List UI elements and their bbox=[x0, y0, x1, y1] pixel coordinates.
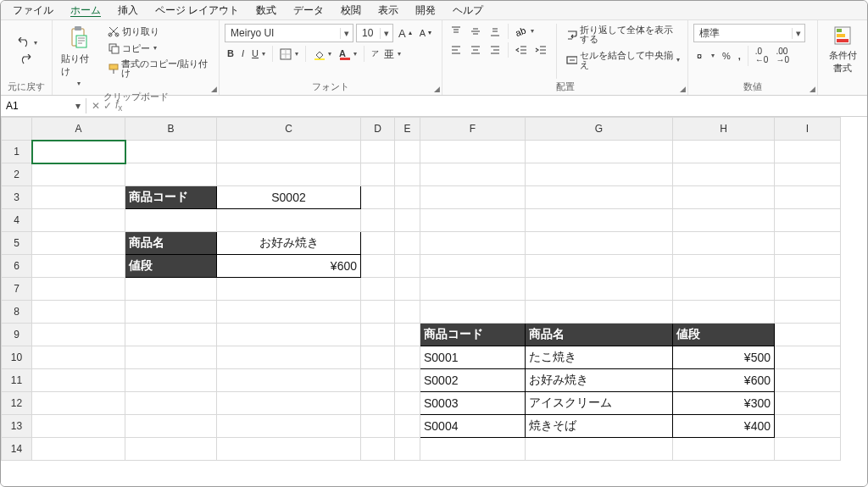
comma-button[interactable]: , bbox=[736, 50, 743, 63]
cell-I8[interactable] bbox=[775, 301, 841, 324]
cell-D1[interactable] bbox=[361, 141, 395, 163]
select-all-corner[interactable] bbox=[2, 118, 32, 141]
clipboard-launcher-icon[interactable]: ◢ bbox=[211, 85, 217, 93]
cell-E3[interactable] bbox=[395, 186, 420, 209]
cell-C4[interactable] bbox=[217, 209, 361, 232]
cell-G7[interactable] bbox=[526, 278, 673, 301]
cell-A4[interactable] bbox=[32, 209, 125, 232]
cell-C8[interactable] bbox=[217, 301, 361, 324]
cell-G3[interactable] bbox=[526, 186, 673, 209]
cell-B9[interactable] bbox=[125, 324, 217, 346]
cell-G2[interactable] bbox=[526, 163, 673, 186]
conditional-format-button[interactable]: 条件付 書式 bbox=[823, 24, 862, 76]
cell-D5[interactable] bbox=[361, 232, 395, 255]
align-bottom-button[interactable] bbox=[487, 24, 504, 39]
increase-decimal-button[interactable]: .0←0 bbox=[753, 46, 771, 66]
undo-button[interactable]: ▾ bbox=[13, 36, 40, 51]
cell-E12[interactable] bbox=[395, 392, 420, 415]
cell-G9[interactable]: 商品名 bbox=[526, 324, 673, 346]
cell-F4[interactable] bbox=[420, 209, 526, 232]
cell-G12[interactable]: アイスクリーム bbox=[526, 392, 673, 415]
cell-G11[interactable]: お好み焼き bbox=[526, 369, 673, 392]
formula-input[interactable] bbox=[127, 98, 868, 113]
cell-B1[interactable] bbox=[125, 141, 217, 163]
cell-A1[interactable] bbox=[32, 141, 125, 163]
align-launcher-icon[interactable]: ◢ bbox=[680, 85, 686, 93]
cell-F12[interactable]: S0003 bbox=[420, 392, 526, 415]
menu-item-0[interactable]: ファイル bbox=[4, 2, 62, 19]
row-header-2[interactable]: 2 bbox=[2, 163, 32, 186]
cell-D11[interactable] bbox=[361, 369, 395, 392]
cell-H8[interactable] bbox=[673, 301, 775, 324]
underline-button[interactable]: U▾ bbox=[249, 47, 268, 60]
col-header-D[interactable]: D bbox=[361, 118, 395, 141]
cell-C14[interactable] bbox=[217, 438, 361, 461]
cell-I3[interactable] bbox=[775, 186, 841, 209]
cell-B8[interactable] bbox=[125, 301, 217, 324]
italic-button[interactable]: I bbox=[239, 47, 247, 60]
cell-F14[interactable] bbox=[420, 438, 526, 461]
cell-A7[interactable] bbox=[32, 278, 125, 301]
align-left-button[interactable] bbox=[448, 42, 465, 58]
cell-A10[interactable] bbox=[32, 346, 125, 369]
accounting-button[interactable]: ¤▾ bbox=[693, 48, 717, 64]
cell-G4[interactable] bbox=[526, 209, 673, 232]
cell-D3[interactable] bbox=[361, 186, 395, 209]
cell-B3[interactable]: 商品コード bbox=[125, 186, 217, 209]
cell-A11[interactable] bbox=[32, 369, 125, 392]
cell-G13[interactable]: 焼きそば bbox=[526, 415, 673, 438]
menu-item-8[interactable]: 開発 bbox=[407, 2, 444, 19]
cell-E9[interactable] bbox=[395, 324, 420, 346]
cell-E8[interactable] bbox=[395, 301, 420, 324]
merge-center-button[interactable]: セルを結合して中央揃え▾ bbox=[564, 49, 682, 71]
cell-H6[interactable] bbox=[673, 255, 775, 278]
cell-E4[interactable] bbox=[395, 209, 420, 232]
cell-D14[interactable] bbox=[361, 438, 395, 461]
cell-C12[interactable] bbox=[217, 392, 361, 415]
font-name-combo[interactable]: Meiryo UI▾ bbox=[225, 24, 353, 42]
cell-H14[interactable] bbox=[673, 438, 775, 461]
cell-F13[interactable]: S0004 bbox=[420, 415, 526, 438]
cell-I11[interactable] bbox=[775, 369, 841, 392]
row-header-3[interactable]: 3 bbox=[2, 186, 32, 209]
cell-F11[interactable]: S0002 bbox=[420, 369, 526, 392]
align-right-button[interactable] bbox=[487, 42, 504, 58]
cell-E11[interactable] bbox=[395, 369, 420, 392]
cell-C3[interactable]: S0002 bbox=[217, 186, 361, 209]
redo-button[interactable] bbox=[16, 53, 36, 68]
cell-A12[interactable] bbox=[32, 392, 125, 415]
cell-B13[interactable] bbox=[125, 415, 217, 438]
cell-E5[interactable] bbox=[395, 232, 420, 255]
cell-E1[interactable] bbox=[395, 141, 420, 163]
row-header-5[interactable]: 5 bbox=[2, 232, 32, 255]
cell-H11[interactable]: ¥600 bbox=[673, 369, 775, 392]
cell-E6[interactable] bbox=[395, 255, 420, 278]
cell-D8[interactable] bbox=[361, 301, 395, 324]
cell-I9[interactable] bbox=[775, 324, 841, 346]
cell-A2[interactable] bbox=[32, 163, 125, 186]
row-header-10[interactable]: 10 bbox=[2, 346, 32, 369]
cell-H9[interactable]: 値段 bbox=[673, 324, 775, 346]
col-header-E[interactable]: E bbox=[395, 118, 420, 141]
col-header-F[interactable]: F bbox=[420, 118, 526, 141]
cell-B10[interactable] bbox=[125, 346, 217, 369]
align-middle-button[interactable] bbox=[467, 24, 484, 39]
cell-A6[interactable] bbox=[32, 255, 125, 278]
cell-G1[interactable] bbox=[526, 141, 673, 163]
cell-H10[interactable]: ¥500 bbox=[673, 346, 775, 369]
row-header-9[interactable]: 9 bbox=[2, 324, 32, 346]
cell-H13[interactable]: ¥400 bbox=[673, 415, 775, 438]
menu-item-6[interactable]: 校閲 bbox=[332, 2, 370, 19]
cell-G14[interactable] bbox=[526, 438, 673, 461]
cell-I1[interactable] bbox=[775, 141, 841, 163]
cell-H3[interactable] bbox=[673, 186, 775, 209]
cell-F2[interactable] bbox=[420, 163, 526, 186]
paste-button[interactable]: 貼り付け ▾ bbox=[58, 24, 100, 89]
cell-A8[interactable] bbox=[32, 301, 125, 324]
cell-C7[interactable] bbox=[217, 278, 361, 301]
cell-I13[interactable] bbox=[775, 415, 841, 438]
cell-F9[interactable]: 商品コード bbox=[420, 324, 526, 346]
cell-E2[interactable] bbox=[395, 163, 420, 186]
col-header-G[interactable]: G bbox=[526, 118, 673, 141]
cell-I6[interactable] bbox=[775, 255, 841, 278]
